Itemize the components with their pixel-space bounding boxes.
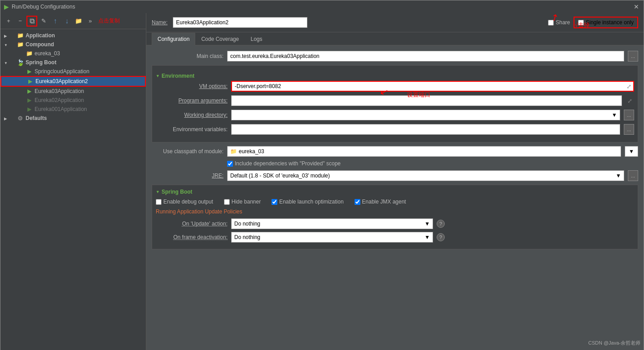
tree-compound[interactable]: 📁 Compound [0,40,146,49]
tab-configuration[interactable]: Configuration [152,33,195,45]
env-vars-input[interactable] [234,126,617,133]
eureka03-compound-label: eureka_03 [35,50,60,57]
on-update-value: Do nothing [234,221,260,227]
defaults-label: Defaults [26,115,47,121]
folder-button[interactable]: 📁 [73,16,84,27]
right-header: Name: Eureka03Application2 Share Single … [146,13,644,32]
application-folder-icon: 📁 [17,32,24,39]
down-button[interactable]: ↓ [61,16,72,27]
title-bar: ▶ Run/Debug Configurations ✕ [0,0,644,13]
classpath-arrow[interactable]: ▼ [625,146,638,157]
tab-logs[interactable]: Logs [245,33,268,45]
working-dir-btn[interactable]: ... [624,110,634,120]
enable-jmx-checkbox[interactable] [355,199,360,205]
environment-header: Environment [156,73,634,79]
classpath-value: 📁 eureka_03 [227,146,621,157]
tab-code-coverage[interactable]: Code Coverage [195,33,245,45]
add-button[interactable]: + [3,16,14,27]
vm-options-row: VM options: ⤢ [156,81,634,92]
springcloud-app-label: SpringcloudApplication [35,68,89,75]
on-update-help[interactable]: ? [437,220,445,228]
more-button[interactable]: » [85,16,96,27]
copy-button[interactable]: ⧉ [26,16,37,27]
classpath-dropdown-arrow: ▼ [629,148,634,155]
up-button[interactable]: ↑ [50,16,61,27]
tree-eureka02app[interactable]: ▶ Eureka02Application [0,96,146,105]
spring-boot-section-header: Spring Boot [156,189,634,195]
vm-options-input[interactable] [232,82,625,90]
spring-boot-expand-icon [4,60,9,65]
config-tree: 📁 Application 📁 Compound 📁 eureka_03 [0,29,146,350]
title-bar-title: ▶ Run/Debug Configurations [4,3,75,10]
application-label: Application [26,32,55,39]
env-vars-btn[interactable]: ... [624,124,634,135]
share-area: Share Single instance only [548,17,638,28]
tree-application[interactable]: 📁 Application [0,31,146,40]
eureka03-compound-icon: 📁 [26,50,33,57]
env-vars-row: Environment variables: ... [156,124,634,135]
include-deps-row: Include dependencies with "Provided" sco… [227,160,638,167]
on-frame-dropdown[interactable]: Do nothing ▼ [231,232,433,243]
on-frame-help[interactable]: ? [437,233,445,241]
eureka03app-label: Eureka03Application [35,88,84,94]
enable-debug-checkbox[interactable] [156,199,162,205]
vm-options-label: VM options: [156,83,228,89]
edit-button[interactable]: ✎ [38,16,49,27]
name-input[interactable]: Eureka03Application2 [173,17,307,28]
tree-eureka03app2[interactable]: ▶ Eureka03Application2 [0,76,146,87]
window-icon: ▶ [4,3,9,10]
window-title: Run/Debug Configurations [12,4,75,10]
annotation-port: 设置端口 [407,91,430,99]
left-panel: + − ⧉ ✎ ↑ ↓ 📁 » 点击复制 📁 Application [0,13,146,350]
hide-banner-checkbox[interactable] [224,199,230,205]
enable-jmx-text: Enable JMX agent [362,199,406,205]
tree-defaults[interactable]: ⚙ Defaults [0,114,146,123]
classpath-module-name: eureka_03 [239,148,264,155]
jre-dropdown[interactable]: Default (1.8 - SDK of 'eureka_03' module… [227,170,624,181]
include-deps-checkbox[interactable] [227,161,233,167]
config-area: Main class: com.test.eureka.Eureka03Appl… [146,45,644,350]
annotation-remove: √去掉 [575,21,590,29]
main-class-btn[interactable]: ... [628,51,638,62]
tree-eureka03-compound[interactable]: 📁 eureka_03 [0,49,146,58]
eureka02app-label: Eureka02Application [35,97,84,103]
program-args-expand-btn[interactable]: ⤢ [626,97,634,104]
program-args-row: Program arguments: ⤢ [156,95,634,106]
vm-expand-btn[interactable]: ⤢ [625,83,633,90]
on-update-row: On 'Update' action: Do nothing ▼ ? [156,218,634,229]
tabs-bar: Configuration Code Coverage Logs [146,32,644,45]
enable-launch-label: Enable launch optimization [272,199,343,205]
working-dir-arrow: ▼ [612,112,617,118]
on-update-label: On 'Update' action: [156,221,228,227]
tree-eureka001app[interactable]: ▶ Eureka001Application [0,105,146,114]
remove-button[interactable]: − [15,16,26,27]
single-instance-label: Single instance only [586,19,634,26]
working-dir-row: Working directory: ▼ ... [156,110,634,120]
application-expand-icon [4,33,9,38]
compound-folder-icon: 📁 [17,41,24,48]
on-frame-value: Do nothing [234,234,260,240]
defaults-expand-icon [4,116,9,121]
program-args-label: Program arguments: [156,97,228,104]
close-button[interactable]: ✕ [633,3,640,10]
working-dir-dropdown[interactable]: ▼ [231,110,620,120]
enable-jmx-label: Enable JMX agent [355,199,406,205]
watermark: CSDN @Java-余哲老师 [588,340,640,346]
include-deps-label: Include dependencies with "Provided" sco… [235,160,341,167]
tree-eureka03app[interactable]: ▶ Eureka03Application [0,87,146,96]
enable-launch-checkbox[interactable] [272,199,277,205]
compound-label: Compound [26,41,54,48]
on-update-dropdown[interactable]: Do nothing ▼ [231,218,433,229]
jre-btn[interactable]: ... [628,170,638,181]
tree-springcloud-app[interactable]: ▶ SpringcloudApplication [0,67,146,76]
enable-debug-text: Enable debug output [163,199,213,205]
main-class-value-container: com.test.eureka.Eureka03Application [227,51,624,62]
eureka02app-icon: ▶ [26,97,33,104]
enable-debug-label: Enable debug output [156,199,213,205]
jre-row: JRE: Default (1.8 - SDK of 'eureka_03' m… [152,170,638,181]
eureka001app-icon: ▶ [26,106,33,113]
hide-banner-label: Hide banner [224,199,261,205]
update-policies: Running Application Update Policies On '… [156,208,634,243]
eureka03app-icon: ▶ [26,88,33,95]
tree-spring-boot[interactable]: 🍃 Spring Boot [0,58,146,67]
